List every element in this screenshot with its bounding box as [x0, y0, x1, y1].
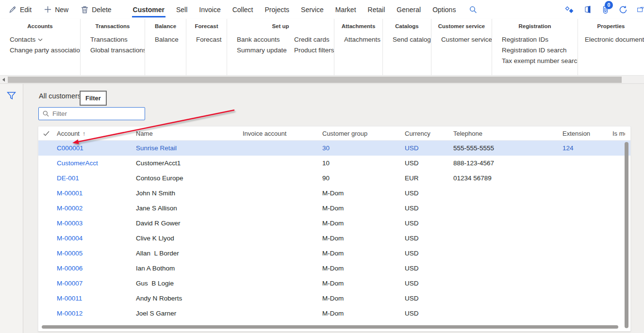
- account-link[interactable]: M-00007: [57, 280, 136, 287]
- column-header-name[interactable]: Name: [136, 130, 243, 137]
- name-cell[interactable]: Joel S Garner: [136, 310, 243, 317]
- table-row[interactable]: M-00004 Clive K Llyod M-Dom USD: [38, 231, 630, 246]
- refresh-icon[interactable]: [619, 5, 627, 14]
- edit-button[interactable]: Edit: [9, 6, 32, 14]
- name-cell[interactable]: John N Smith: [136, 190, 243, 197]
- table-row[interactable]: CustomerAcct CustomerAcct1 10 USD 888-12…: [38, 156, 630, 171]
- tab-invoice[interactable]: Invoice: [193, 0, 226, 19]
- ribbon-group-catalogs: Catalogs Send catalog: [382, 19, 431, 75]
- column-header-customer-group[interactable]: Customer group: [322, 130, 405, 137]
- ribbon-search-icon[interactable]: [469, 0, 477, 19]
- name-cell[interactable]: Andy N Roberts: [136, 295, 243, 302]
- account-link[interactable]: M-00012: [57, 310, 136, 317]
- account-link[interactable]: M-00003: [57, 220, 136, 227]
- customer-service-button[interactable]: Customer service: [431, 34, 492, 45]
- global-transactions-button[interactable]: Global transactions: [81, 45, 145, 56]
- main-workspace: All customers Filter Account↑ Name Invoi…: [0, 84, 644, 333]
- tab-projects[interactable]: Projects: [259, 0, 295, 19]
- bank-accounts-button[interactable]: Bank accounts: [227, 34, 284, 45]
- change-party-association-button[interactable]: Change party association: [0, 45, 80, 56]
- column-header-account[interactable]: Account↑: [57, 130, 136, 137]
- account-link[interactable]: M-00006: [57, 265, 136, 272]
- scroll-left-button[interactable]: [0, 76, 7, 83]
- account-link[interactable]: M-00002: [57, 205, 136, 212]
- popout-icon[interactable]: [637, 6, 644, 14]
- table-row[interactable]: M-00007 Gus B Logie M-Dom USD: [38, 276, 630, 291]
- name-cell[interactable]: Clive K Llyod: [136, 235, 243, 242]
- table-row[interactable]: M-00011 Andy N Roberts M-Dom USD: [38, 291, 630, 306]
- tab-collect[interactable]: Collect: [227, 0, 259, 19]
- account-link[interactable]: CustomerAcct: [57, 159, 136, 167]
- transactions-button[interactable]: Transactions: [81, 34, 145, 45]
- table-row[interactable]: M-00003 David R Gower M-Dom USD: [38, 216, 630, 231]
- credit-cards-button[interactable]: Credit cards: [284, 34, 334, 45]
- tab-retail[interactable]: Retail: [362, 0, 391, 19]
- attachments-icon[interactable]: 0: [602, 5, 609, 14]
- grid-vertical-scrollbar-thumb[interactable]: [625, 142, 628, 328]
- contacts-menu-button[interactable]: Contacts: [0, 34, 80, 45]
- table-row[interactable]: M-00005 Allan L Border M-Dom USD: [38, 246, 630, 261]
- ribbon-horizontal-scrollbar: [0, 76, 644, 84]
- name-cell[interactable]: Allan L Border: [136, 250, 243, 257]
- account-link[interactable]: M-00005: [57, 250, 136, 257]
- table-row[interactable]: M-00001 John N Smith M-Dom USD: [38, 186, 630, 201]
- account-link[interactable]: M-00001: [57, 190, 136, 197]
- tab-market[interactable]: Market: [330, 0, 362, 19]
- column-header-currency[interactable]: Currency: [405, 130, 453, 137]
- tab-service[interactable]: Service: [295, 0, 330, 19]
- currency-cell: EUR: [405, 174, 453, 182]
- table-row[interactable]: C000001 Sunrise Retail 30 USD 555-555-55…: [38, 141, 630, 156]
- attachments-button[interactable]: Attachments: [334, 34, 382, 45]
- select-all-check-icon[interactable]: [38, 131, 57, 136]
- currency-cell: USD: [405, 144, 453, 152]
- delete-button[interactable]: Delete: [81, 6, 111, 14]
- tab-options[interactable]: Options: [427, 0, 462, 19]
- table-row[interactable]: M-00002 Jane S Allison M-Dom USD: [38, 201, 630, 216]
- column-header-telephone[interactable]: Telephone: [453, 130, 562, 137]
- name-cell[interactable]: Gus B Logie: [136, 280, 243, 287]
- account-link[interactable]: M-00011: [57, 295, 136, 302]
- tab-sell[interactable]: Sell: [170, 0, 193, 19]
- tax-exempt-number-search-button[interactable]: Tax exempt number search: [492, 56, 578, 66]
- registration-ids-button[interactable]: Registration IDs: [492, 34, 578, 45]
- registration-id-search-button[interactable]: Registration ID search: [492, 45, 578, 56]
- name-cell[interactable]: Sunrise Retail: [136, 144, 243, 152]
- app-window: Edit New Delete Customer Sell Invoice Co…: [0, 0, 644, 333]
- table-row[interactable]: M-00012 Joel S Garner M-Dom USD: [38, 306, 630, 321]
- tab-general[interactable]: General: [391, 0, 427, 19]
- name-cell[interactable]: David R Gower: [136, 220, 243, 227]
- horizontal-scrollbar-thumb[interactable]: [8, 77, 622, 83]
- sort-ascending-icon: ↑: [83, 130, 85, 137]
- summary-update-button[interactable]: Summary update: [227, 45, 284, 56]
- filter-input[interactable]: [52, 110, 141, 117]
- column-header-extension[interactable]: Extension: [562, 130, 612, 137]
- new-button[interactable]: New: [44, 6, 68, 14]
- account-link[interactable]: M-00004: [57, 235, 136, 242]
- office-app-icon[interactable]: [584, 5, 592, 14]
- column-header-is-mobile[interactable]: Is mo: [612, 130, 625, 137]
- electronic-document-properties-button[interactable]: Electronic document pro: [578, 34, 644, 45]
- name-cell[interactable]: Jane S Allison: [136, 205, 243, 212]
- account-link[interactable]: DE-001: [57, 174, 136, 182]
- currency-cell: USD: [405, 310, 453, 317]
- send-catalog-button[interactable]: Send catalog: [383, 34, 431, 45]
- account-link[interactable]: C000001: [57, 144, 136, 152]
- currency-cell: USD: [405, 280, 453, 287]
- name-cell[interactable]: CustomerAcct1: [136, 159, 243, 167]
- ribbon-group-transactions: Transactions Transactions Global transac…: [80, 19, 145, 75]
- sparkle-diamonds-icon[interactable]: [564, 6, 574, 14]
- grid-horizontal-scrollbar-thumb[interactable]: [42, 325, 618, 329]
- balance-button[interactable]: Balance: [145, 34, 186, 45]
- filter-funnel-icon[interactable]: [7, 92, 16, 100]
- currency-cell: USD: [405, 295, 453, 302]
- name-cell[interactable]: Ian A Bothom: [136, 265, 243, 272]
- table-row[interactable]: M-00006 Ian A Bothom M-Dom USD: [38, 261, 630, 276]
- table-row[interactable]: DE-001 Contoso Europe 90 EUR 01234 56789: [38, 171, 630, 186]
- filter-tooltip-label: Filter: [85, 95, 101, 102]
- name-cell[interactable]: Contoso Europe: [136, 174, 243, 182]
- tab-customer[interactable]: Customer: [127, 0, 170, 19]
- chevron-down-icon: [38, 38, 43, 41]
- product-filters-button[interactable]: Product filters: [284, 45, 334, 56]
- column-header-invoice-account[interactable]: Invoice account: [243, 130, 322, 137]
- forecast-button[interactable]: Forecast: [186, 34, 227, 45]
